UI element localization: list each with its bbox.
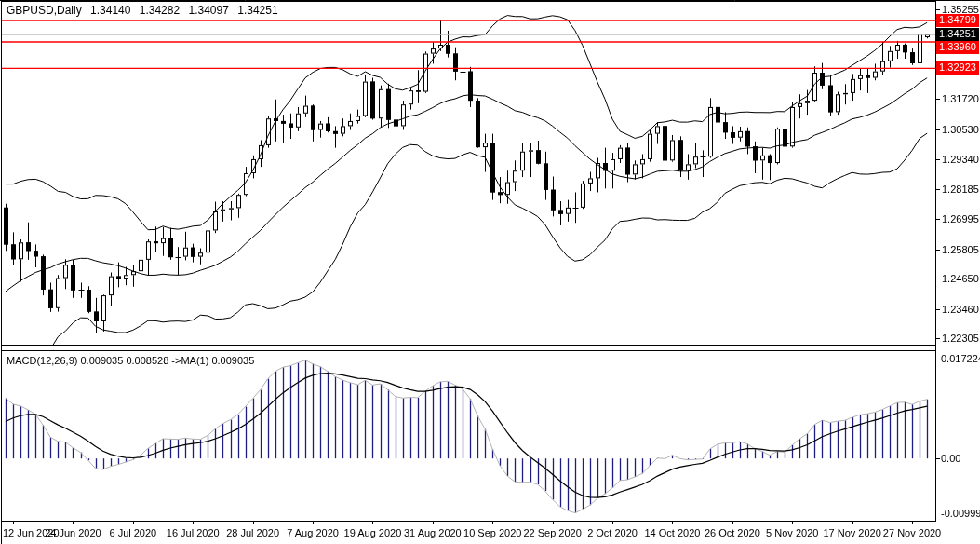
- ohlc-close: 1.34251: [237, 4, 277, 17]
- date-label: 14 Oct 2020: [644, 527, 700, 538]
- date-label: 19 Aug 2020: [344, 527, 402, 538]
- date-label: 27 Nov 2020: [883, 527, 941, 538]
- chart-title: GBPUSD,Daily 1.34140 1.34282 1.34097 1.3…: [7, 4, 284, 17]
- date-label: 24 Jun 2020: [45, 527, 101, 538]
- price-tick-label: 1.31720: [942, 93, 979, 104]
- date-label: 31 Aug 2020: [404, 527, 462, 538]
- date-label: 5 Nov 2020: [766, 527, 818, 538]
- resistance-price-tag: 1.32923: [936, 61, 979, 75]
- symbol-period-label: GBPUSD,Daily: [7, 4, 82, 17]
- date-label: 17 Nov 2020: [823, 527, 880, 538]
- chart-window: GBPUSD,Daily 1.34140 1.34282 1.34097 1.3…: [0, 0, 980, 544]
- macd-zero-label: 0.00: [941, 453, 960, 464]
- date-label: 7 Aug 2020: [287, 527, 339, 538]
- date-label: 22 Sep 2020: [523, 527, 581, 538]
- date-label: 2 Oct 2020: [587, 527, 638, 538]
- date-label: 28 Jul 2020: [226, 527, 279, 538]
- date-label: 10 Sep 2020: [463, 527, 521, 538]
- chart-canvas[interactable]: [0, 0, 980, 544]
- macd-max-label: 0.017224: [941, 353, 980, 364]
- price-tick-label: 1.26995: [942, 213, 979, 224]
- macd-indicator-label: MACD(12,26,9) 0.009035 0.008528 ->MA(1) …: [7, 355, 254, 366]
- resistance-price-tag: 1.33960: [936, 41, 979, 54]
- date-label: 16 Jul 2020: [167, 527, 220, 538]
- ohlc-open: 1.34140: [90, 4, 130, 17]
- date-label: 6 Jul 2020: [109, 527, 156, 538]
- price-tick-label: 1.28185: [942, 184, 979, 195]
- price-tick-label: 1.23460: [942, 304, 979, 315]
- ohlc-high: 1.34282: [140, 4, 180, 17]
- macd-min-label: -0.009992: [941, 508, 980, 519]
- price-tick-label: 1.29340: [942, 154, 979, 165]
- date-label: 26 Oct 2020: [705, 527, 760, 538]
- price-tick-label: 1.22305: [942, 333, 979, 344]
- price-tick-label: 1.25805: [942, 244, 979, 255]
- price-tick-label: 1.30530: [942, 124, 979, 135]
- resistance-price-tag: 1.34799: [936, 14, 979, 27]
- price-tick-label: 1.24650: [942, 273, 979, 284]
- bid-price-tag: 1.34251: [936, 28, 979, 41]
- ohlc-low: 1.34097: [189, 4, 229, 17]
- price-tick-label: 1.35255: [942, 4, 979, 15]
